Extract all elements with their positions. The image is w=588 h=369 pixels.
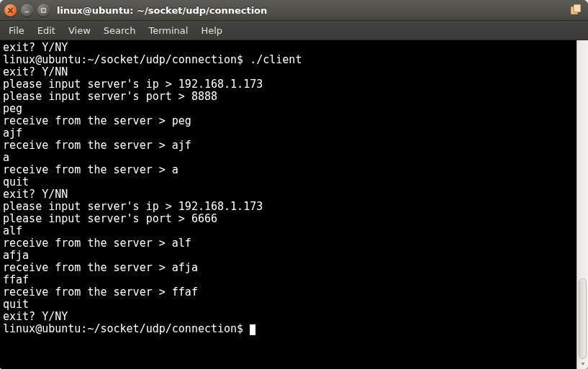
svg-rect-3 (574, 4, 581, 12)
terminal-line: afja (3, 250, 574, 262)
chevron-down-icon (580, 361, 586, 367)
terminal-window: linux@ubuntu: ~/socket/udp/connection Fi… (0, 0, 588, 369)
titlebar[interactable]: linux@ubuntu: ~/socket/udp/connection (0, 0, 588, 21)
maximize-icon (40, 7, 47, 14)
terminal-line: peg (3, 103, 574, 115)
terminal-line: exit? Y/NN (3, 188, 574, 201)
terminal-line: receive from the server > afja (3, 262, 574, 274)
terminal-line: quit (3, 176, 574, 188)
terminal-area: exit? Y/NYlinux@ubuntu:~/socket/udp/conn… (0, 40, 588, 369)
close-button[interactable] (4, 4, 17, 17)
terminal-line: exit? Y/NN (3, 66, 574, 78)
minimize-icon (24, 7, 30, 14)
menu-help[interactable]: Help (195, 23, 228, 38)
menu-file[interactable]: File (3, 23, 30, 38)
terminal-line: receive from the server > peg (3, 115, 574, 127)
terminal-line: receive from the server > alf (3, 237, 574, 250)
terminal-line: receive from the server > ajf (3, 140, 574, 152)
menu-terminal[interactable]: Terminal (143, 23, 194, 38)
terminal-line: linux@ubuntu:~/socket/udp/connection$ (3, 323, 574, 335)
window-title: linux@ubuntu: ~/socket/udp/connection (57, 5, 267, 16)
terminal-line: receive from the server > ffaf (3, 286, 574, 299)
menu-search[interactable]: Search (98, 23, 142, 38)
minimize-button[interactable] (21, 4, 33, 17)
close-icon (7, 7, 14, 14)
terminal-line: exit? Y/NY (3, 42, 574, 54)
terminal-line: ffaf (3, 274, 574, 286)
maximize-button[interactable] (37, 4, 50, 17)
scroll-thumb[interactable] (579, 278, 587, 359)
terminal-line: receive from the server > a (3, 164, 574, 176)
svg-rect-0 (25, 11, 29, 12)
terminal-line: linux@ubuntu:~/socket/udp/connection$ ./… (3, 54, 574, 66)
terminal-line: please input server's port > 8888 (3, 91, 574, 103)
terminal-line: a (3, 152, 574, 164)
terminal-line: please input server's port > 6666 (3, 213, 574, 225)
menu-edit[interactable]: Edit (32, 23, 61, 38)
terminal-line: exit? Y/NY (3, 311, 574, 323)
scrollbar[interactable] (576, 40, 588, 369)
cursor (250, 324, 255, 335)
window-buttons (4, 4, 50, 17)
menu-view[interactable]: View (63, 23, 96, 38)
terminal-line: alf (3, 225, 574, 237)
terminal-line: ajf (3, 127, 574, 140)
terminal-line: quit (3, 299, 574, 311)
terminal-output[interactable]: exit? Y/NYlinux@ubuntu:~/socket/udp/conn… (0, 40, 576, 369)
svg-rect-1 (42, 8, 45, 12)
titlebar-right (568, 3, 584, 17)
scroll-down-button[interactable] (577, 359, 588, 369)
copy-icon[interactable] (568, 3, 584, 17)
terminal-line: please input server's ip > 192.168.1.173 (3, 201, 574, 213)
menubar: File Edit View Search Terminal Help (0, 21, 588, 40)
terminal-line: please input server's ip > 192.168.1.173 (3, 78, 574, 91)
